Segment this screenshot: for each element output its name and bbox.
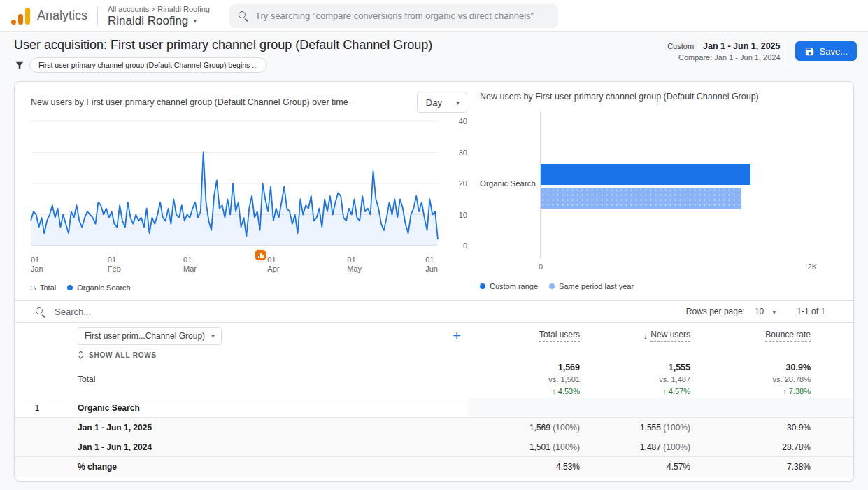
rows-per-page-label: Rows per page:: [686, 307, 745, 316]
row-label: Jan 1 - Jun 1, 2024: [59, 442, 468, 452]
unfold-rows-icon: [78, 351, 84, 359]
chevron-down-icon: ▾: [772, 308, 776, 316]
page-header: User acquisition: First user primary cha…: [0, 32, 868, 73]
new-users-cell: 1,487 (100%): [640, 442, 690, 452]
bounce-rate-cell: 30.9%: [787, 423, 811, 433]
row-label: % change: [59, 462, 468, 472]
chevron-right-icon: ›: [152, 4, 155, 14]
analytics-logo-icon: [11, 8, 30, 24]
dimension-dropdown-value: First user prim...Channel Group): [85, 331, 205, 341]
compare-range-value: Compare: Jan 1 - Jun 1, 2024: [664, 53, 780, 62]
save-button-label: Save...: [820, 46, 848, 57]
column-header-total-users[interactable]: Total users: [539, 330, 580, 342]
granularity-select[interactable]: Day ▾: [417, 92, 467, 113]
breadcrumb-account[interactable]: Rinaldi Roofing: [157, 5, 210, 13]
legend-label: Total: [40, 284, 56, 292]
bounce-rate-cell: 7.38%: [787, 462, 811, 472]
new-users-summary: 1,555 vs. 1,487 ↑ 4.57%: [659, 363, 690, 397]
chevron-down-icon: ▾: [211, 332, 215, 340]
total-users-summary: 1,569 vs. 1,501 ↑ 4.53%: [548, 363, 580, 397]
table-row: Jan 1 - Jun 1, 2025 1,569 (100%) 1,555 (…: [15, 418, 853, 438]
date-range-value: Jan 1 - Jun 1, 2025: [703, 41, 780, 51]
total-legend-icon: [31, 286, 36, 290]
legend-item-same-period: Same period last year: [549, 282, 634, 290]
line-chart-title: New users by First user primary channel …: [31, 97, 348, 107]
bar-category-label: Organic Search: [480, 111, 540, 258]
legend-label: Organic Search: [77, 284, 130, 292]
chevron-down-icon: ▾: [193, 17, 197, 24]
line-chart-svg: [31, 121, 438, 246]
line-chart-plot[interactable]: 01Jan01Feb01Mar01Apr01May01Jun: [31, 121, 438, 246]
breadcrumb-all-accounts[interactable]: All accounts: [108, 5, 149, 13]
logo-block[interactable]: Analytics: [11, 8, 87, 24]
bar-chart-panel: New users by First user primary channel …: [467, 82, 853, 300]
organic-search-legend-icon: [67, 285, 73, 290]
new-users-cell: 4.57%: [667, 462, 690, 472]
total-users-cell: 4.53%: [556, 462, 580, 472]
legend-item-custom-range: Custom range: [480, 282, 538, 290]
dimension-dropdown[interactable]: First user prim...Channel Group) ▾: [78, 327, 222, 345]
report-card: New users by First user primary channel …: [14, 81, 854, 482]
date-range-type-badge: Custom: [664, 41, 697, 51]
legend-item-organic-search: Organic Search: [67, 284, 130, 292]
breadcrumb: All accounts › Rinaldi Roofing: [108, 4, 210, 14]
granularity-value: Day: [426, 97, 442, 108]
show-all-rows-button[interactable]: SHOW ALL ROWS: [59, 351, 468, 359]
x-tick: 2K: [808, 262, 817, 271]
row-label: Jan 1 - Jun 1, 2025: [59, 423, 468, 433]
compare-period-bar[interactable]: [541, 188, 741, 209]
row-index: 1: [15, 403, 59, 413]
legend-label: Custom range: [490, 282, 538, 290]
line-chart-x-axis: 01Jan01Feb01Mar01Apr01May01Jun: [31, 255, 438, 275]
property-name: Rinaldi Roofing: [108, 14, 188, 28]
divider: [97, 6, 98, 26]
bounce-rate-summary: 30.9% vs. 28.78% ↑ 7.38%: [773, 363, 811, 397]
filter-chip[interactable]: First user primary channel group (Defaul…: [29, 57, 267, 73]
table-row: Jan 1 - Jun 1, 2024 1,501 (100%) 1,487 (…: [15, 438, 853, 457]
row-label: Organic Search: [59, 403, 468, 413]
add-column-button[interactable]: +: [448, 329, 465, 343]
total-users-cell: 1,501 (100%): [529, 442, 580, 452]
date-range-selector[interactable]: Custom Jan 1 - Jun 1, 2025 Compare: Jan …: [664, 41, 780, 62]
chevron-down-icon: ▾: [456, 99, 460, 106]
data-table: Rows per page: 10 ▾ 1-1 of 1 First user …: [15, 300, 853, 477]
column-header-bounce-rate[interactable]: Bounce rate: [765, 330, 811, 342]
table-row: % change 4.53% 4.57% 7.38%: [15, 457, 853, 477]
line-chart-panel: New users by First user primary channel …: [15, 82, 467, 300]
show-all-rows-row: SHOW ALL ROWS: [15, 349, 853, 361]
table-header-row: First user prim...Channel Group) ▾ + Tot…: [15, 323, 853, 349]
pagination-status: 1-1 of 1: [797, 307, 825, 316]
line-chart-legend: Total Organic Search: [31, 284, 467, 292]
table-total-row: Total 1,569 vs. 1,501 ↑ 4.53% 1,555 vs. …: [15, 361, 853, 398]
table-search-input[interactable]: [55, 307, 676, 317]
bar-chart-title: New users by First user primary channel …: [480, 92, 811, 102]
global-search-bar[interactable]: [229, 4, 558, 28]
custom-range-legend-icon: [480, 284, 485, 289]
rows-per-page-select[interactable]: 10 ▾: [755, 307, 776, 316]
table-pager: Rows per page: 10 ▾ 1-1 of 1: [686, 307, 825, 316]
global-search-input[interactable]: [255, 10, 549, 21]
analytics-app: Analytics All accounts › Rinaldi Roofing…: [0, 0, 868, 482]
rows-per-page-value: 10: [755, 307, 764, 316]
x-tick: 0: [539, 262, 543, 271]
sort-descending-icon: ↓: [643, 330, 648, 341]
show-all-rows-label: SHOW ALL ROWS: [89, 351, 157, 359]
column-header-new-users[interactable]: ↓New users: [643, 330, 690, 342]
divider: [788, 39, 788, 63]
legend-label: Same period last year: [559, 282, 634, 290]
custom-range-bar[interactable]: [541, 164, 750, 185]
top-navigation-bar: Analytics All accounts › Rinaldi Roofing…: [0, 0, 868, 32]
property-selector[interactable]: Rinaldi Roofing ▾: [108, 14, 210, 28]
table-toolbar: Rows per page: 10 ▾ 1-1 of 1: [15, 300, 853, 323]
table-row[interactable]: 1 Organic Search: [15, 398, 853, 418]
charts-section: New users by First user primary channel …: [15, 82, 853, 300]
same-period-legend-icon: [549, 284, 555, 289]
new-users-cell: 1,555 (100%): [640, 423, 690, 433]
bar-chart-plot: 0 2K: [540, 111, 811, 258]
app-name: Analytics: [37, 8, 87, 23]
save-icon: [804, 46, 815, 57]
save-button[interactable]: Save...: [795, 41, 857, 61]
total-label: Total: [59, 374, 468, 384]
total-users-cell: 1,569 (100%): [529, 423, 580, 433]
legend-item-total: Total: [31, 284, 56, 292]
